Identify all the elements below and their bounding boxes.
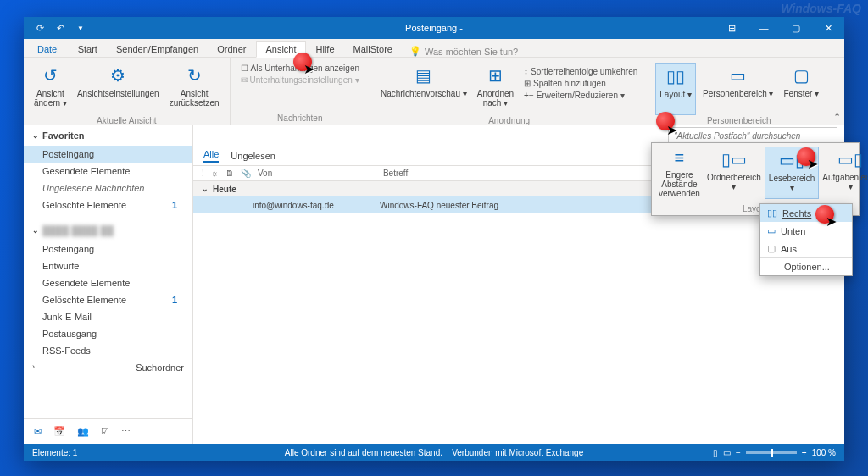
tab-file[interactable]: Datei: [29, 42, 68, 57]
status-sync: Alle Ordner sind auf dem neuesten Stand.…: [285, 448, 583, 457]
reverse-sort-button[interactable]: ↕Sortierreihenfolge umkehren: [520, 66, 641, 77]
calendar-icon[interactable]: 📅: [53, 426, 65, 437]
account-section[interactable]: ⌄████ ████ ██: [24, 220, 192, 241]
arrange-by-button[interactable]: ⊞Anordnen nach ▾: [474, 63, 517, 115]
more-icon[interactable]: ⋯: [121, 426, 131, 437]
nav-item[interactable]: Ungelesene Nachrichten: [24, 180, 192, 196]
undo-icon[interactable]: ↶: [54, 22, 66, 34]
nav-item[interactable]: ›Suchordner: [24, 359, 192, 376]
minimize-button[interactable]: —: [748, 17, 780, 39]
cursor-icon: ➤: [303, 61, 314, 77]
outlook-window: ⟳ ↶ ▼ Posteingang - ⊞ — ▢ ✕ Datei Start …: [24, 17, 844, 461]
nav-item[interactable]: Gelöschte Elemente1: [24, 196, 192, 213]
group-label: Anordnung: [488, 115, 530, 127]
watermark: Windows-FAQ: [781, 2, 861, 15]
maximize-button[interactable]: ▢: [780, 17, 812, 39]
zoom-slider[interactable]: [746, 451, 797, 454]
reading-pane-right[interactable]: ▯▯Rechts: [760, 204, 852, 222]
favorites-section[interactable]: ⌄Favoriten: [24, 125, 192, 146]
account-name: ████ ████ ██: [42, 225, 114, 235]
tasks-icon[interactable]: ☑: [101, 426, 109, 437]
add-columns-button[interactable]: ⊞Spalten hinzufügen: [520, 78, 641, 89]
zoom-out-button[interactable]: −: [736, 448, 741, 457]
nav-item[interactable]: Posteingang: [24, 146, 192, 163]
nav-item[interactable]: Gelöschte Elemente1: [24, 291, 192, 308]
view-normal-icon[interactable]: ▯: [713, 448, 718, 457]
folder-pane-button[interactable]: ▯▭Ordnerbereich ▾: [704, 147, 765, 199]
close-button[interactable]: ✕: [812, 17, 844, 39]
tab-send-receive[interactable]: Senden/Empfangen: [108, 42, 207, 57]
change-view-button[interactable]: ↺Ansicht ändern ▾: [31, 63, 70, 115]
nav-item[interactable]: Entwürfe: [24, 257, 192, 274]
ribbon: ↺Ansicht ändern ▾ ⚙Ansichtseinstellungen…: [24, 58, 844, 125]
layout-button[interactable]: ▯▯Layout ▾: [655, 63, 696, 115]
icon-col[interactable]: 🗎: [225, 169, 234, 178]
subject-column[interactable]: Betreff: [383, 169, 408, 178]
tab-mailstore[interactable]: MailStore: [345, 42, 401, 57]
arrange-icon: ⊞: [483, 64, 507, 87]
gear-icon: ⚙: [106, 64, 130, 87]
status-bar: Elemente: 1 Alle Ordner sind auf dem neu…: [24, 444, 844, 461]
chevron-down-icon: ⌄: [32, 131, 39, 140]
reset-icon: ↻: [182, 64, 206, 87]
ribbon-group-layout: ▯▯Layout ▾ ▭Personenbereich ▾ ▢Fenster ▾…: [648, 58, 829, 125]
from-column[interactable]: Von: [258, 169, 376, 178]
ribbon-options-icon[interactable]: ⊞: [715, 17, 748, 39]
group-label: Nachrichten: [277, 113, 322, 125]
message-preview-button[interactable]: ▤Nachrichtenvorschau ▾: [377, 63, 470, 115]
conv-icon: ✉: [241, 75, 248, 85]
pane-bottom-icon: ▭: [767, 225, 776, 236]
filter-all[interactable]: Alle: [203, 149, 219, 163]
tighter-spacing-button[interactable]: ≡Engere Abstände verwenden: [655, 147, 704, 199]
preview-icon: ▤: [412, 64, 436, 87]
reading-pane-off[interactable]: ▢Aus: [760, 240, 852, 257]
chevron-down-icon: ⌄: [202, 185, 209, 193]
collapse-ribbon-icon[interactable]: ⌃: [833, 112, 841, 123]
view-reading-icon[interactable]: ▭: [723, 448, 731, 457]
nav-item[interactable]: Gesendete Elemente: [24, 163, 192, 180]
reminder-col-icon[interactable]: ☼: [211, 169, 219, 178]
tab-folder[interactable]: Ordner: [209, 42, 254, 57]
title-bar: ⟳ ↶ ▼ Posteingang - ⊞ — ▢ ✕: [24, 17, 844, 39]
todo-bar-button[interactable]: ▭▯Aufgabenleiste ▾: [819, 147, 868, 199]
chevron-down-icon: ⌄: [32, 226, 39, 235]
tab-start[interactable]: Start: [70, 42, 106, 57]
view-settings-button[interactable]: ⚙Ansichtseinstellungen: [74, 63, 163, 115]
nav-item[interactable]: Postausgang: [24, 325, 192, 342]
nav-item[interactable]: Gesendete Elemente: [24, 274, 192, 291]
sync-icon[interactable]: ⟳: [34, 22, 46, 34]
reading-pane-menu: ▯▯Rechts ▭Unten ▢Aus Optionen...: [760, 203, 853, 276]
nav-item[interactable]: RSS-Feeds: [24, 342, 192, 359]
reset-view-button[interactable]: ↻Ansicht zurücksetzen: [166, 63, 223, 115]
status-items: Elemente: 1: [32, 448, 77, 457]
msg-from: info@windows-faq.de: [253, 201, 380, 210]
people-pane-button[interactable]: ▭Personenbereich ▾: [699, 63, 776, 115]
flag-col-icon[interactable]: !: [202, 169, 204, 178]
folder-pane-icon: ▯▭: [722, 147, 746, 171]
change-view-icon: ↺: [38, 64, 62, 87]
expand-collapse-button[interactable]: +−Erweitern/Reduzieren ▾: [520, 90, 641, 101]
attach-col-icon[interactable]: 📎: [241, 169, 251, 178]
zoom-in-button[interactable]: +: [802, 448, 807, 457]
nav-item[interactable]: Junk-E-Mail: [24, 308, 192, 325]
filter-unread[interactable]: Ungelesen: [231, 151, 275, 161]
search-input[interactable]: [668, 127, 837, 144]
qat-dropdown-icon[interactable]: ▼: [75, 22, 86, 34]
cursor-icon: ➤: [807, 156, 818, 172]
tab-help[interactable]: Hilfe: [308, 42, 343, 57]
group-label: Personenbereich: [707, 115, 771, 127]
expand-icon: +−: [524, 91, 534, 100]
ribbon-tabs: Datei Start Senden/Empfangen Ordner Ansi…: [24, 39, 844, 58]
nav-item[interactable]: Posteingang: [24, 241, 192, 257]
window-title: Posteingang -: [405, 23, 463, 33]
window-icon: ▢: [789, 64, 813, 87]
tell-me[interactable]: 💡Was möchten Sie tun?: [409, 46, 518, 57]
window-button[interactable]: ▢Fenster ▾: [781, 63, 823, 115]
reading-pane-options[interactable]: Optionen...: [760, 257, 852, 275]
mail-icon[interactable]: ✉: [34, 426, 42, 437]
reading-pane-bottom[interactable]: ▭Unten: [760, 222, 852, 240]
conversation-settings-button[interactable]: ✉Unterhaltungseinstellungen ▾: [237, 75, 363, 86]
people-icon: ▭: [726, 64, 750, 87]
bulb-icon: 💡: [409, 46, 421, 57]
people-nav-icon[interactable]: 👥: [77, 426, 89, 437]
